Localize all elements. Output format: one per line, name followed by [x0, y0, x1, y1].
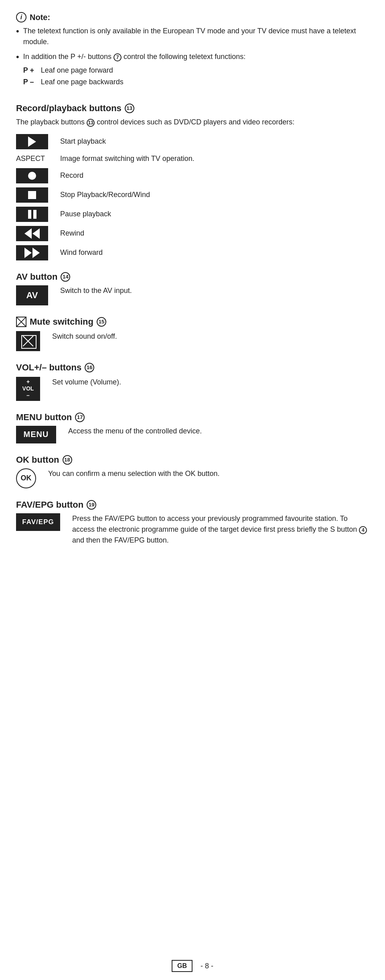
note-title: i Note:	[16, 12, 369, 22]
vol-row: + VOL – Set volume (Volume).	[16, 377, 369, 401]
av-button-row: AV Switch to the AV input.	[16, 285, 369, 305]
menu-title: MENU button 17	[16, 412, 369, 423]
bullet-dot: •	[16, 26, 19, 37]
ok-section: OK button 18 OK You can confirm a menu s…	[16, 455, 369, 488]
aspect-label: Image format switching with TV operation…	[60, 153, 195, 164]
record-playback-desc: The playback buttons 13 control devices …	[16, 117, 369, 128]
bullet-dot-2: •	[16, 51, 19, 63]
mute-x-box	[21, 335, 35, 347]
record-playback-title: Record/playback buttons 13	[16, 103, 369, 114]
p-minus-row: P – Leaf one page backwards	[23, 76, 246, 88]
record-row: Record	[16, 168, 369, 183]
footer-gb-label: GB	[172, 960, 192, 972]
rewind-row: Rewind	[16, 226, 369, 241]
ok-title: OK button 18	[16, 455, 369, 465]
av-button-section: AV button 14 AV Switch to the AV input.	[16, 272, 369, 305]
favepg-button-icon[interactable]: FAV/EPG	[16, 513, 60, 531]
mute-row: Switch sound on/off.	[16, 331, 369, 351]
mute-title: Mute switching 15	[16, 317, 369, 327]
favepg-title: FAV/EPG button 19	[16, 500, 369, 510]
stop-button-icon	[16, 187, 48, 203]
favepg-button-label: FAV/EPG	[22, 518, 54, 526]
stop-label: Stop Playback/Record/Wind	[60, 189, 150, 200]
note-bullet-2-content: In addition the P +/- buttons 7 control …	[23, 51, 246, 88]
num-badge-7: 7	[113, 53, 122, 61]
play-button-icon	[16, 134, 48, 149]
num-badge-18: 18	[63, 455, 72, 465]
note-bullet-2: • In addition the P +/- buttons 7 contro…	[16, 51, 369, 88]
footer-page-number: - 8 -	[201, 962, 213, 970]
vol-label: VOL	[22, 385, 34, 392]
av-button-title: AV button 14	[16, 272, 369, 282]
note-bullets: • The teletext function is only availabl…	[16, 26, 369, 92]
num-badge-14: 14	[61, 272, 70, 282]
rewind-button-icon	[16, 226, 48, 241]
menu-heading: MENU button	[16, 412, 72, 423]
av-button-heading: AV button	[16, 272, 57, 282]
menu-row: MENU Access the menu of the controlled d…	[16, 426, 369, 443]
aspect-row: ASPECT Image format switching with TV op…	[16, 153, 369, 164]
teletext-functions: P + Leaf one page forward P – Leaf one p…	[23, 65, 246, 88]
mute-icon-inline	[16, 317, 26, 327]
menu-button-icon[interactable]: MENU	[16, 426, 56, 443]
ok-desc: You can confirm a menu selection with th…	[48, 468, 369, 479]
pause-bars	[28, 210, 36, 219]
forward-button-icon	[16, 245, 48, 260]
forward-triangle-2	[32, 248, 40, 258]
num-badge-15: 15	[97, 317, 106, 327]
p-plus-key: P +	[23, 65, 34, 76]
forward-label: Wind forward	[60, 247, 103, 258]
p-plus-row: P + Leaf one page forward	[23, 65, 246, 76]
pause-bar-2	[33, 210, 36, 219]
pause-row: Pause playback	[16, 207, 369, 222]
vol-heading: VOL+/– buttons	[16, 362, 81, 373]
mute-desc: Switch sound on/off.	[52, 331, 369, 342]
menu-button-label: MENU	[24, 430, 49, 439]
av-button-desc: Switch to the AV input.	[60, 285, 369, 296]
vol-button-icon[interactable]: + VOL –	[16, 377, 40, 401]
num-badge-16: 16	[85, 363, 94, 372]
rewind-triangle-2	[32, 228, 40, 239]
record-playback-section: Record/playback buttons 13 The playback …	[16, 103, 369, 260]
ok-button-label: OK	[21, 474, 32, 482]
play-row: Start playback	[16, 134, 369, 149]
favepg-desc: Press the FAV/EPG button to access your …	[72, 513, 369, 546]
record-circle	[28, 172, 36, 180]
forward-triangles	[24, 248, 40, 258]
num-badge-13b: 13	[87, 119, 95, 127]
p-minus-desc: Leaf one page backwards	[41, 76, 124, 88]
menu-section: MENU button 17 MENU Access the menu of t…	[16, 412, 369, 443]
note-heading: Note:	[30, 13, 50, 22]
av-button-label: AV	[26, 290, 38, 301]
stop-row: Stop Playback/Record/Wind	[16, 187, 369, 203]
vol-minus: –	[26, 392, 30, 399]
num-badge-19: 19	[87, 500, 96, 510]
rewind-triangle-1	[24, 228, 32, 239]
pause-button-icon	[16, 207, 48, 222]
note-bullet-2-text: In addition the P +/- buttons 7 control …	[23, 53, 246, 61]
ok-row: OK You can confirm a menu selection with…	[16, 468, 369, 488]
favepg-section: FAV/EPG button 19 FAV/EPG Press the FAV/…	[16, 500, 369, 546]
ok-heading: OK button	[16, 455, 59, 465]
note-section: i Note: • The teletext function is only …	[16, 12, 369, 92]
mute-heading: Mute switching	[30, 317, 93, 327]
p-minus-key: P –	[23, 76, 34, 88]
mute-section: Mute switching 15 Switch sound on/off.	[16, 317, 369, 351]
mute-button-icon[interactable]	[16, 331, 40, 351]
p-plus-desc: Leaf one page forward	[41, 65, 113, 76]
vol-section: VOL+/– buttons 16 + VOL – Set volume (Vo…	[16, 362, 369, 401]
num-badge-17: 17	[75, 413, 85, 422]
num-badge-4: 4	[359, 526, 367, 534]
record-label: Record	[60, 170, 83, 181]
av-button-icon[interactable]: AV	[16, 285, 48, 305]
ok-button-icon[interactable]: OK	[16, 468, 36, 488]
forward-row: Wind forward	[16, 245, 369, 260]
info-icon: i	[16, 12, 26, 22]
aspect-text: ASPECT	[16, 155, 48, 163]
forward-triangle-1	[24, 248, 32, 258]
stop-square	[28, 191, 36, 199]
vol-desc: Set volume (Volume).	[52, 377, 369, 388]
rewind-label: Rewind	[60, 228, 84, 239]
play-label: Start playback	[60, 136, 106, 147]
pause-label: Pause playback	[60, 209, 111, 220]
